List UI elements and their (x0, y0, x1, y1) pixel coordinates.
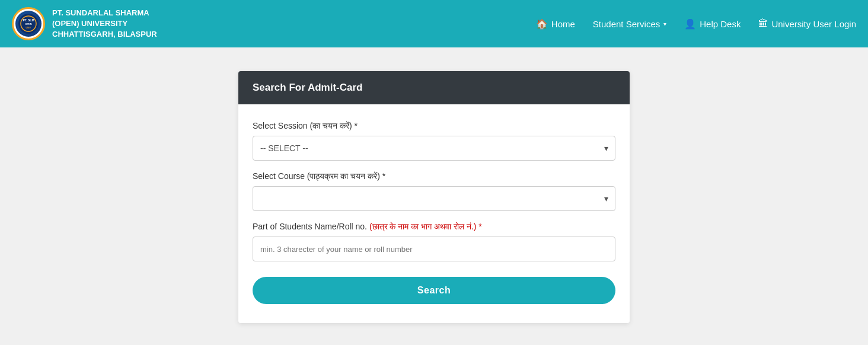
svg-text:PT. SLM: PT. SLM (23, 18, 34, 22)
svg-text:UNIV.: UNIV. (25, 27, 31, 29)
card-body: Select Session (का चयन करें) * -- SELECT… (238, 104, 630, 323)
name-roll-group: Part of Students Name/Roll no. (छात्र के… (253, 222, 615, 261)
session-select-wrapper: -- SELECT -- (253, 136, 615, 161)
nav-menu: 🏠 Home Student Services ▾ 👤 Help Desk 🏛 … (536, 18, 856, 30)
user-icon: 👤 (684, 18, 696, 30)
university-logo: PT. SLM OPEN UNIV. (12, 7, 45, 40)
name-roll-input[interactable] (253, 237, 615, 261)
name-roll-label: Part of Students Name/Roll no. (छात्र के… (253, 222, 615, 232)
chevron-down-icon: ▾ (663, 21, 666, 27)
nav-item-university-login[interactable]: 🏛 University User Login (758, 18, 856, 29)
course-label: Select Course (पाठ्यक्रम का चयन करें) * (253, 171, 615, 181)
main-content: Search For Admit-Card Select Session (का… (0, 47, 868, 345)
card-title: Search For Admit-Card (253, 82, 362, 93)
course-group: Select Course (पाठ्यक्रम का चयन करें) * (253, 171, 615, 211)
admit-card-search-card: Search For Admit-Card Select Session (का… (238, 71, 630, 323)
home-icon: 🏠 (536, 18, 548, 30)
nav-item-help-desk[interactable]: 👤 Help Desk (684, 18, 741, 30)
building-icon: 🏛 (758, 18, 768, 29)
course-select[interactable] (253, 186, 615, 211)
nav-item-student-services[interactable]: Student Services ▾ (593, 19, 666, 29)
navbar: PT. SLM OPEN UNIV. PT. SUNDARLAL SHARMA … (0, 0, 868, 47)
brand-text: PT. SUNDARLAL SHARMA (OPEN) UNIVERSITY C… (52, 8, 157, 40)
session-label: Select Session (का चयन करें) * (253, 121, 615, 131)
search-button[interactable]: Search (253, 277, 615, 304)
svg-text:OPEN: OPEN (25, 23, 31, 25)
brand[interactable]: PT. SLM OPEN UNIV. PT. SUNDARLAL SHARMA … (12, 7, 157, 40)
course-select-wrapper (253, 186, 615, 211)
nav-item-home[interactable]: 🏠 Home (536, 18, 575, 30)
session-select[interactable]: -- SELECT -- (253, 136, 615, 161)
card-header: Search For Admit-Card (238, 71, 630, 104)
session-group: Select Session (का चयन करें) * -- SELECT… (253, 121, 615, 161)
